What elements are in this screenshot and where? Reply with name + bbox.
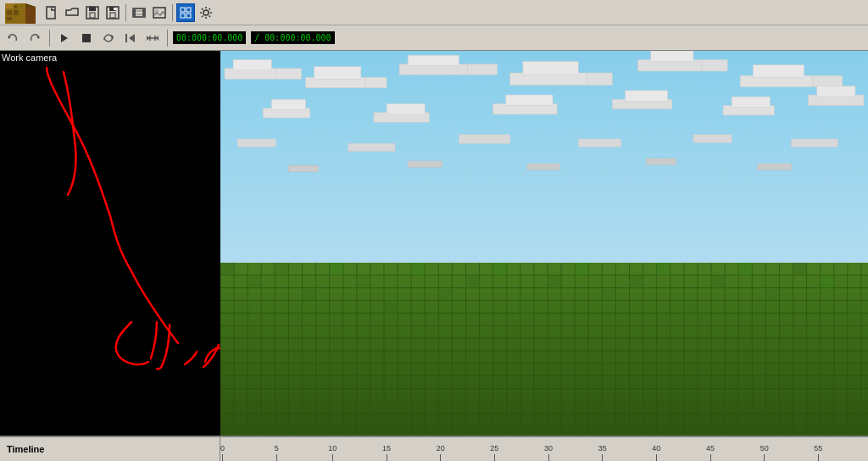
svg-rect-25 <box>181 14 185 18</box>
svg-rect-31 <box>82 34 91 42</box>
save-icon[interactable] <box>83 3 102 22</box>
svg-rect-146 <box>330 263 343 275</box>
svg-rect-3 <box>14 10 19 15</box>
svg-rect-24 <box>186 8 191 12</box>
work-camera-label: Work camera <box>2 53 57 63</box>
svg-rect-77 <box>408 161 442 167</box>
workspace-icon[interactable] <box>176 3 195 22</box>
undo-button[interactable] <box>3 29 22 47</box>
tick-label: 10 <box>328 444 337 453</box>
svg-rect-161 <box>738 263 752 275</box>
svg-rect-148 <box>384 300 398 313</box>
svg-rect-163 <box>793 263 807 275</box>
export-icon[interactable] <box>103 3 122 22</box>
ground-texture <box>220 263 868 436</box>
svg-marker-7 <box>25 3 36 7</box>
timeline-tick: 10 <box>328 444 337 461</box>
svg-marker-34 <box>129 34 135 42</box>
timeline-tick: 35 <box>598 444 607 461</box>
time-total: / 00:000:00.000 <box>251 31 334 44</box>
svg-marker-37 <box>156 36 159 41</box>
redo-button[interactable] <box>25 29 44 47</box>
tick-label: 30 <box>544 444 553 453</box>
svg-rect-17 <box>133 8 136 17</box>
app-logo[interactable] <box>3 2 37 24</box>
tick-line <box>602 454 603 461</box>
separator-4 <box>167 30 168 47</box>
svg-rect-74 <box>693 135 732 142</box>
tick-line <box>710 454 711 461</box>
svg-rect-165 <box>848 300 861 313</box>
svg-rect-2 <box>7 10 12 15</box>
svg-rect-70 <box>237 139 275 147</box>
svg-rect-41 <box>233 59 271 69</box>
svg-rect-5 <box>14 5 17 8</box>
tick-line <box>332 454 333 461</box>
main-area: Work camera <box>0 51 868 436</box>
tick-line <box>818 454 819 461</box>
svg-rect-15 <box>114 8 116 10</box>
svg-rect-26 <box>186 14 191 18</box>
clouds <box>220 51 868 263</box>
drawing-overlay <box>0 51 220 436</box>
svg-rect-63 <box>387 103 425 114</box>
svg-rect-10 <box>89 7 96 11</box>
svg-marker-36 <box>147 36 149 41</box>
separator-3 <box>49 30 50 47</box>
svg-rect-155 <box>575 263 588 275</box>
new-file-icon[interactable] <box>42 3 61 22</box>
svg-rect-142 <box>220 263 234 275</box>
right-viewport <box>220 51 868 436</box>
tick-label: 0 <box>220 444 225 453</box>
separator-1 <box>125 4 126 21</box>
svg-rect-78 <box>527 164 559 169</box>
timeline: Timeline 0510152025303540455055 <box>0 436 868 461</box>
tick-line <box>494 454 495 461</box>
svg-rect-71 <box>348 143 395 151</box>
tick-line <box>387 454 387 461</box>
timeline-label: Timeline <box>0 437 220 461</box>
svg-rect-152 <box>493 263 507 275</box>
ground <box>220 263 868 436</box>
tick-line <box>440 454 441 461</box>
time-current: 00:000:00.000 <box>173 31 246 44</box>
image-icon[interactable] <box>150 3 169 22</box>
tick-line <box>656 454 657 461</box>
play-button[interactable] <box>55 29 74 47</box>
svg-rect-61 <box>271 99 305 109</box>
settings-icon[interactable] <box>197 3 215 22</box>
keyframe-prev-button[interactable] <box>121 29 140 47</box>
svg-rect-150 <box>438 287 452 300</box>
timeline-tick: 0 <box>220 444 225 461</box>
svg-rect-67 <box>626 91 668 101</box>
open-file-icon[interactable] <box>63 3 81 22</box>
svg-rect-42 <box>275 69 301 79</box>
svg-point-27 <box>203 10 209 15</box>
svg-rect-53 <box>651 51 693 61</box>
toolbar: 00:000:00.000 / 00:000:00.000 <box>0 0 868 51</box>
svg-rect-18 <box>142 8 145 17</box>
timeline-tick: 50 <box>760 444 769 461</box>
range-button[interactable] <box>143 29 162 47</box>
toolbar-top-row <box>0 0 868 25</box>
tick-label: 50 <box>760 444 769 453</box>
minecraft-scene <box>220 51 868 436</box>
film-icon[interactable] <box>130 3 148 22</box>
svg-rect-48 <box>468 64 498 75</box>
svg-rect-145 <box>303 287 316 300</box>
timeline-tick: 30 <box>544 444 553 461</box>
svg-rect-50 <box>523 61 578 75</box>
svg-rect-76 <box>288 165 318 171</box>
svg-rect-23 <box>181 8 185 12</box>
svg-rect-57 <box>813 75 843 87</box>
svg-rect-156 <box>602 287 615 300</box>
timeline-ruler[interactable]: 0510152025303540455055 <box>220 437 868 461</box>
stop-button[interactable] <box>77 29 96 47</box>
loop-button[interactable] <box>99 29 118 47</box>
tick-label: 40 <box>652 444 660 453</box>
svg-rect-11 <box>90 13 95 18</box>
svg-rect-160 <box>711 275 725 288</box>
svg-rect-14 <box>110 13 115 18</box>
svg-rect-164 <box>821 275 834 288</box>
svg-rect-79 <box>647 158 676 164</box>
